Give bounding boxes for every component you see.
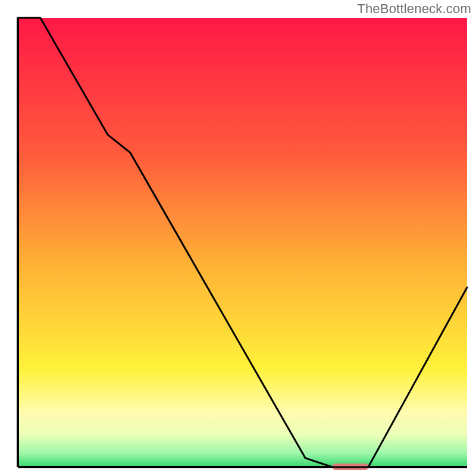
chart-background <box>18 18 467 467</box>
watermark-text: TheBottleneck.com <box>357 1 471 17</box>
chart-container: TheBottleneck.com <box>0 0 476 476</box>
bottleneck-chart <box>0 0 476 476</box>
